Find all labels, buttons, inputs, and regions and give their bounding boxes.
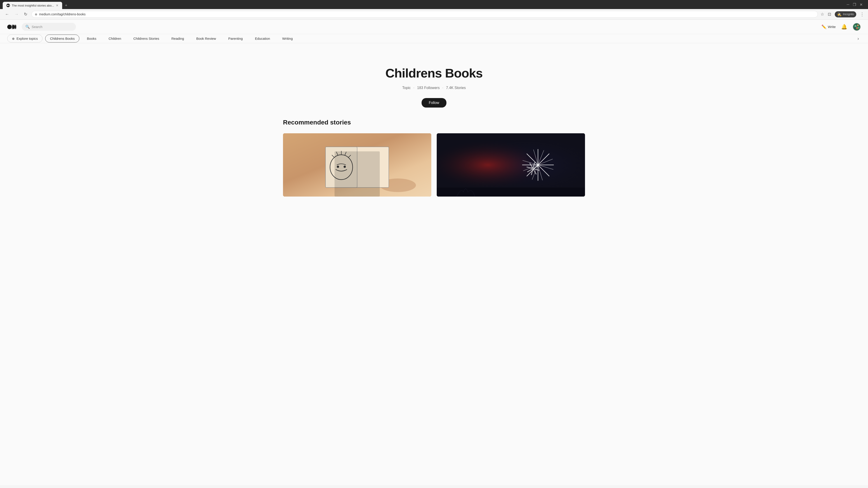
notification-btn[interactable]: 🔔 xyxy=(841,24,847,30)
topic-meta: Topic · 183 Followers · 7.4K Stories xyxy=(283,86,585,90)
svg-point-14 xyxy=(858,27,860,29)
tag-chip-childrens-books[interactable]: Childrens Books xyxy=(45,35,79,42)
write-label: Write xyxy=(828,25,836,29)
svg-line-24 xyxy=(336,152,338,156)
svg-point-22 xyxy=(344,166,346,168)
browser-chrome: The most insightful stories abo... ✕ + ─… xyxy=(0,0,868,20)
forward-btn[interactable]: → xyxy=(13,11,20,18)
tag-chip-reading[interactable]: Reading xyxy=(166,35,189,42)
explore-label: Explore topics xyxy=(17,37,38,40)
search-bar[interactable]: 🔍 Search xyxy=(22,23,76,31)
svg-rect-7 xyxy=(12,25,13,29)
tag-chip-childrens-stories[interactable]: Childrens Stories xyxy=(129,35,164,42)
window-controls: ─ ❐ ✕ xyxy=(847,2,865,8)
topic-title: Childrens Books xyxy=(283,66,585,80)
explore-icon: ⊕ xyxy=(12,37,15,40)
svg-point-10 xyxy=(855,25,857,27)
medium-logo[interactable] xyxy=(7,24,16,30)
tags-bar: ⊕ Explore topics Childrens Books Books C… xyxy=(0,34,868,43)
restore-btn[interactable]: ❐ xyxy=(853,2,856,7)
svg-rect-18 xyxy=(326,147,389,188)
svg-point-1 xyxy=(7,5,8,6)
svg-line-27 xyxy=(348,155,351,158)
tag-chip-book-review[interactable]: Book Review xyxy=(191,35,221,42)
tags-scroll-right-btn[interactable]: › xyxy=(856,34,861,43)
back-btn[interactable]: ← xyxy=(4,11,10,18)
svg-line-25 xyxy=(345,152,346,156)
recommended-section: Recommended stories xyxy=(283,119,585,197)
svg-point-3 xyxy=(9,5,9,6)
tag-chip-education[interactable]: Education xyxy=(250,35,275,42)
medium-app: 🔍 Search ✏️ Write 🔔 ⊕ xyxy=(0,20,868,485)
svg-point-6 xyxy=(13,25,15,29)
minimize-btn[interactable]: ─ xyxy=(847,2,849,6)
svg-point-13 xyxy=(854,27,856,29)
incognito-badge[interactable]: 🕵 Incognito xyxy=(835,11,856,18)
tag-chip-books[interactable]: Books xyxy=(82,35,101,42)
svg-point-8 xyxy=(15,25,16,29)
bookmark-icon[interactable]: ☆ xyxy=(820,12,824,17)
write-icon: ✏️ xyxy=(822,24,827,29)
story-image-2 xyxy=(437,133,585,197)
svg-point-5 xyxy=(8,25,11,29)
follow-btn[interactable]: Follow xyxy=(422,98,446,107)
tag-chip-parenting[interactable]: Parenting xyxy=(223,35,248,42)
reload-btn[interactable]: ↻ xyxy=(23,11,29,18)
split-screen-icon[interactable]: ⊡ xyxy=(828,12,831,17)
svg-point-21 xyxy=(337,166,339,168)
stories-grid xyxy=(283,133,585,197)
search-placeholder: Search xyxy=(32,25,42,29)
topic-type: Topic xyxy=(402,86,410,90)
story-card-1[interactable] xyxy=(283,133,431,197)
close-btn[interactable]: ✕ xyxy=(860,2,863,7)
browser-tab-active[interactable]: The most insightful stories abo... ✕ xyxy=(3,2,62,9)
tab-title: The most insightful stories abo... xyxy=(12,4,54,7)
more-options-btn[interactable]: ⋮ xyxy=(860,11,864,17)
browser-toolbar: ← → ↻ ⊕ ☆ ⊡ 🕵 Incognito ⋮ xyxy=(0,9,868,20)
topic-followers: 183 Followers xyxy=(417,86,440,90)
recommended-title: Recommended stories xyxy=(283,119,585,126)
browser-tab-bar: The most insightful stories abo... ✕ + ─… xyxy=(0,0,868,9)
medium-header: 🔍 Search ✏️ Write 🔔 xyxy=(0,20,868,34)
tab-close-btn[interactable]: ✕ xyxy=(56,4,59,7)
meta-dot-2: · xyxy=(442,86,443,90)
svg-rect-30 xyxy=(437,133,585,197)
incognito-label: Incognito xyxy=(843,13,854,16)
topic-stories: 7.4K Stories xyxy=(446,86,466,90)
incognito-icon: 🕵 xyxy=(837,12,842,17)
explore-topics-btn[interactable]: ⊕ Explore topics xyxy=(7,35,42,42)
svg-point-11 xyxy=(857,24,859,26)
story-image-1 xyxy=(283,133,431,197)
tag-chip-writing[interactable]: Writing xyxy=(278,35,298,42)
toolbar-actions: ☆ ⊡ 🕵 Incognito ⋮ xyxy=(820,11,864,18)
story-card-2[interactable] xyxy=(437,133,585,197)
topic-hero: Childrens Books Topic · 183 Followers · … xyxy=(283,57,585,119)
security-icon: ⊕ xyxy=(35,13,37,16)
main-content: Childrens Books Topic · 183 Followers · … xyxy=(276,43,592,205)
new-tab-btn[interactable]: + xyxy=(63,2,69,9)
address-bar[interactable] xyxy=(39,12,814,16)
user-avatar[interactable] xyxy=(852,23,861,31)
header-right: ✏️ Write 🔔 xyxy=(822,23,861,31)
tab-favicon xyxy=(6,4,10,7)
search-icon: 🔍 xyxy=(25,25,30,29)
address-bar-container[interactable]: ⊕ xyxy=(31,11,818,18)
meta-dot-1: · xyxy=(413,86,414,90)
tag-chip-children[interactable]: Children xyxy=(104,35,126,42)
write-btn[interactable]: ✏️ Write xyxy=(822,24,836,29)
